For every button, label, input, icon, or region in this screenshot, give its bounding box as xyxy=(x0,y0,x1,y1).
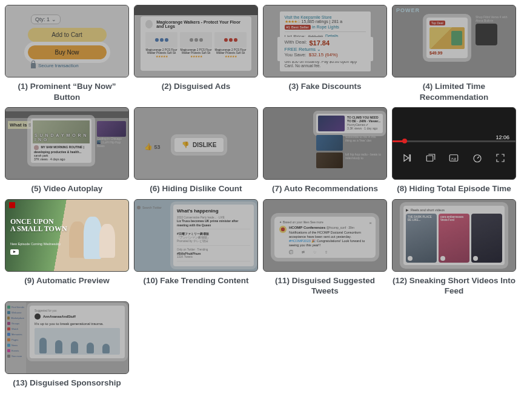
time-label: 12:06 xyxy=(496,134,509,140)
tile-2-thumb: Magicorange Walkers - Protect Your Floor… xyxy=(134,5,258,77)
add-to-cart-button[interactable]: Add to Cart xyxy=(28,28,107,42)
tile-3: Visit the Keepsmile Store ★★★★☆ 15,885 r… xyxy=(263,5,387,102)
episodes-icon[interactable] xyxy=(425,153,436,163)
tile-12-thumb: ▶ Reels and short videos THE DARK PLACE … xyxy=(392,199,516,272)
reel-item[interactable] xyxy=(471,214,502,263)
speed-icon[interactable] xyxy=(472,153,483,163)
tile-10: Search Twitter What's happening 2022 Con… xyxy=(134,199,258,297)
sidebar-item[interactable]: See more xyxy=(7,355,24,358)
tile-9: ONCE UPON A SMALL TOWN New Episode Comin… xyxy=(5,199,129,297)
caption-11: (11) Disguised Suggested Tweets xyxy=(263,275,387,297)
sidebar-item[interactable]: Watch xyxy=(7,327,24,330)
reel-item[interactable]: cara embarrasses Vesta Ford xyxy=(439,214,469,263)
tile-11: × ✦ Based on your likes See more HCOMP C… xyxy=(263,199,387,297)
sidebar-item[interactable]: Welcome xyxy=(7,311,24,314)
tile-5: What is SLAM? Coding in Chicago 🌃 | LoFi… xyxy=(5,107,129,194)
tile-8: 12:06 (8) Hiding Total Episode Time xyxy=(392,107,516,194)
trending-item[interactable]: 2022 Conservative Party leade... · LIVE … xyxy=(177,216,250,230)
subtitles-icon[interactable] xyxy=(448,153,459,163)
avatar-icon xyxy=(34,145,39,150)
caption-5: (5) Video Autoplay xyxy=(31,183,103,194)
figure-grid: Qty: 1 ⌄ Add to Cart Buy Now Secure tran… xyxy=(5,5,522,388)
like-icon[interactable]: ♡ xyxy=(313,250,316,254)
show-title: ONCE UPON A SMALL TOWN xyxy=(10,218,67,232)
svg-rect-0 xyxy=(427,156,434,161)
based-on-label: ✦ Based on your likes See more xyxy=(279,220,371,224)
best-seller-badge: #1 Best Seller xyxy=(285,25,311,30)
recommended-video[interactable]: TO CLIMB YOU NEED TO BE - JHIN - Viewer.… xyxy=(316,114,383,133)
sponsored-post[interactable]: Suggested for you AnnAnanasAndStuff It's… xyxy=(30,306,125,358)
dislike-button[interactable]: 👍 DISLIKE xyxy=(174,138,224,152)
recommended-video[interactable]: lofi hip hop radio - beats to relax/stud… xyxy=(316,153,383,168)
caption-2: (2) Disguised Ads xyxy=(162,81,231,92)
close-icon[interactable]: × xyxy=(369,220,372,226)
sidebar-item[interactable]: News xyxy=(7,344,24,347)
sidebar-item[interactable]: Memories xyxy=(7,333,24,336)
reply-icon[interactable]: 💬 xyxy=(289,250,293,254)
buy-now-button[interactable]: Buy Now xyxy=(28,45,107,59)
tile-7-thumb: TO CLIMB YOU NEED TO BE - JHIN - Viewer.… xyxy=(263,107,387,180)
fb-sidebar: Find friends Welcome Marketplace Groups … xyxy=(5,302,26,373)
caption-1: (1) Prominent “Buy Now” Button xyxy=(5,81,129,102)
caption-10: (10) Fake Trending Content xyxy=(143,275,248,286)
caption-4: (4) Limited Time Recommendation xyxy=(392,81,516,102)
sidebar-item[interactable]: Groups xyxy=(7,322,24,325)
caption-6: (6) Hiding Dislike Count xyxy=(150,183,242,194)
trending-panel: What's happening 2022 Conservative Party… xyxy=(173,205,254,266)
suggested-tweet[interactable]: × ✦ Based on your likes See more HCOMP C… xyxy=(274,217,376,258)
lock-icon xyxy=(31,63,36,68)
reels-icon: ▶ xyxy=(406,208,409,212)
tile-1-thumb: Qty: 1 ⌄ Add to Cart Buy Now Secure tran… xyxy=(5,5,129,77)
star-icon: ★★★★☆ xyxy=(285,19,300,24)
tile-4-thumb: POWER Shop Fitbit Versa 4 with Alexa Bui… xyxy=(392,5,516,77)
brand-label: POWER xyxy=(396,7,420,13)
sidebar-item[interactable]: Events xyxy=(7,349,24,352)
caption-12: (12) Sneaking Short Videos Into Feed xyxy=(392,275,516,297)
qty-selector[interactable]: Qty: 1 ⌄ xyxy=(31,15,61,24)
avatar-icon xyxy=(279,226,287,233)
side-promo[interactable]: Shop Fitbit Versa 4 with Alexa Built-in xyxy=(476,15,512,47)
tile-13-thumb: Find friends Welcome Marketplace Groups … xyxy=(5,301,129,374)
progress-bar[interactable] xyxy=(393,140,515,142)
reel-item[interactable]: THE DARK PLACE BE LIKE... xyxy=(406,214,437,263)
tile-7: TO CLIMB YOU NEED TO BE - JHIN - Viewer.… xyxy=(263,107,387,194)
share-icon[interactable]: ⇧ xyxy=(325,250,328,254)
play-button[interactable] xyxy=(10,249,19,255)
sidebar-item[interactable]: Pages xyxy=(7,338,24,341)
sidebar-item[interactable]: Find friends xyxy=(7,306,24,309)
trending-item[interactable]: Only on Twitter · Trending #BillsPhukPhu… xyxy=(177,248,250,261)
sidebar-item[interactable]: Marketplace xyxy=(7,317,24,320)
deal-price: $49.99 xyxy=(429,51,442,55)
suggested-label: Suggested for you xyxy=(35,309,120,312)
fullscreen-icon[interactable] xyxy=(495,153,506,163)
trending-item[interactable]: #日曜ファミリー劇場版 『アンパンマン劇場版』 Promoted by テレビ朝… xyxy=(177,232,250,245)
tile-11-thumb: × ✦ Based on your likes See more HCOMP C… xyxy=(263,199,387,272)
tile-10-thumb: Search Twitter What's happening 2022 Con… xyxy=(134,199,258,272)
autoplay-card[interactable]: S U N D A Y M O R N I N G MY 9AM MORNING… xyxy=(31,119,91,163)
price-panel: Visit the Keepsmile Store ★★★★☆ 15,885 r… xyxy=(280,11,371,71)
skip-icon[interactable] xyxy=(402,153,413,163)
caption-9: (9) Automatic Preview xyxy=(24,275,110,286)
reels-block: ▶ Reels and short videos THE DARK PLACE … xyxy=(403,206,505,265)
tile-3-thumb: Visit the Keepsmile Store ★★★★☆ 15,885 r… xyxy=(263,5,387,77)
thumbs-down-icon: 👍 xyxy=(182,142,189,148)
caption-3: (3) Fake Discounts xyxy=(288,81,361,92)
post-image xyxy=(35,328,120,355)
netflix-logo-icon xyxy=(9,202,15,208)
brand-logo-icon xyxy=(145,20,153,28)
thumbs-up-icon[interactable]: 👍 xyxy=(144,143,153,151)
tile-4: POWER Shop Fitbit Versa 4 with Alexa Bui… xyxy=(392,5,516,102)
top-deal-badge: Top Deal xyxy=(429,21,445,25)
sparkle-icon: ✦ xyxy=(279,220,282,224)
store-link[interactable]: Visit the Keepsmile Store xyxy=(285,15,366,19)
recommended-video[interactable]: Subscribe to me in this thing as a 'free… xyxy=(316,135,383,151)
ad-title: Magicorange Walkers - Protect Your Floor… xyxy=(156,20,247,28)
caption-13: (13) Disguised Sponsorship xyxy=(13,378,121,389)
ad-card[interactable]: Magicorange Walkers - Protect Your Floor… xyxy=(141,16,251,71)
subtitle: New Episode Coming Wednesday xyxy=(10,242,61,246)
tile-2: Magicorange Walkers - Protect Your Floor… xyxy=(134,5,258,102)
tile-6-thumb: 👍 53 👎 ➦ SHARE 👍 DISLIKE xyxy=(134,107,258,180)
retweet-icon[interactable]: ⇄ xyxy=(302,250,305,254)
secure-transaction-label: Secure transaction xyxy=(31,63,79,68)
top-deal-popup[interactable]: Top Deal $49.99 xyxy=(426,18,468,58)
